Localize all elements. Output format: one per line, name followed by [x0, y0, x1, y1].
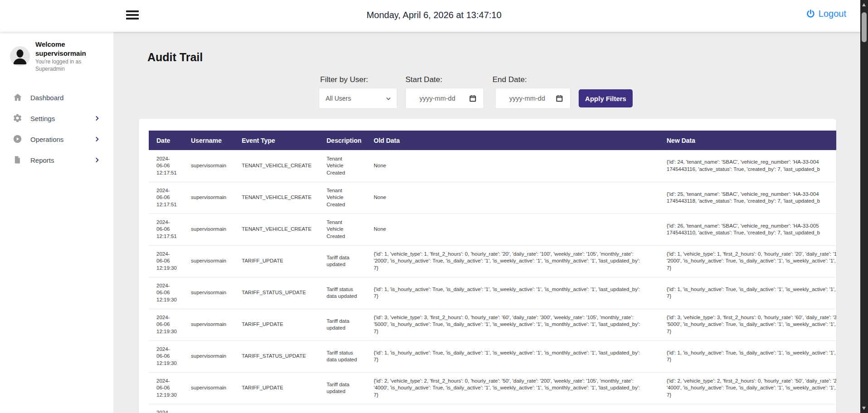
cell-new-data: {'id': 3, 'vehicle_type': 3, 'first_2_ho…: [659, 309, 836, 340]
cell-event-type: TARIFF_UPDATE: [234, 372, 319, 404]
column-header: New Data: [659, 131, 836, 150]
cell-old-data: None: [366, 214, 659, 245]
sidebar-item-label: Dashboard: [30, 94, 63, 102]
cell-event-type: TARIFF_STATUS_UPDATE: [234, 404, 319, 413]
scrollbar-thumb[interactable]: [862, 12, 867, 42]
table-row: 2024- 06-06 12:17:51supervisormainTENANT…: [149, 214, 836, 245]
cell-description: Tenant Vehicle Created: [319, 182, 366, 214]
hamburger-icon: [126, 10, 139, 12]
table-row: 2024- 06-06 12:19:30supervisormainTARIFF…: [149, 404, 836, 413]
table-row: 2024- 06-06 12:17:51supervisormainTENANT…: [149, 150, 836, 182]
table-row: 2024- 06-06 12:19:30supervisormainTARIFF…: [149, 340, 836, 372]
cell-description: Tariff status data updated: [319, 404, 366, 413]
power-icon: [806, 9, 815, 19]
cell-date: 2024- 06-06 12:17:51: [149, 182, 183, 214]
column-header: Description: [319, 131, 366, 150]
user-filter-value: All Users: [326, 95, 351, 102]
cell-old-data: {'id': 1, 'is_hourly_active': True, 'is_…: [366, 277, 659, 309]
cell-old-data: {'id': 2, 'vehicle_type': 2, 'first_2_ho…: [366, 372, 659, 404]
sidebar: Welcome supervisormain You're logged in …: [0, 32, 113, 413]
gear-icon: [13, 113, 23, 123]
cell-date: 2024- 06-06 12:19:30: [149, 245, 183, 277]
cell-new-data: {'id': 25, 'tenant_name': 'SBAC', 'vehic…: [659, 182, 836, 214]
sidebar-item-reports[interactable]: Reports: [0, 150, 113, 170]
apply-filters-button[interactable]: Apply Filters: [579, 89, 633, 107]
cell-description: Tariff data updated: [319, 309, 366, 340]
cell-description: Tariff data updated: [319, 372, 366, 404]
chevron-right-icon: [94, 136, 100, 142]
cell-username: supervisormain: [183, 214, 234, 245]
chevron-down-icon: [385, 96, 391, 102]
end-date-label: End Date:: [493, 75, 527, 84]
cell-old-data: {'id': 1, 'vehicle_type': 1, 'first_2_ho…: [366, 245, 659, 277]
cell-new-data: {'id': 1, 'vehicle_type': 1, 'first_2_ho…: [659, 245, 836, 277]
cell-event-type: TENANT_VEHICLE_CREATE: [234, 150, 319, 182]
cell-date: 2024- 06-06 12:19:30: [149, 277, 183, 309]
scroll-down-arrow[interactable]: [862, 407, 866, 410]
table-row: 2024- 06-06 12:19:30supervisormainTARIFF…: [149, 309, 836, 340]
sidebar-item-label: Operations: [30, 136, 63, 143]
column-header: Date: [149, 131, 183, 150]
document-icon: [13, 155, 23, 165]
cell-username: supervisormain: [183, 277, 234, 309]
page-title: Audit Trail: [147, 51, 203, 64]
column-header: Old Data: [366, 131, 659, 150]
cell-old-data: None: [366, 150, 659, 182]
sidebar-item-operations[interactable]: Operations: [0, 129, 113, 150]
sidebar-item-settings[interactable]: Settings: [0, 108, 113, 129]
cell-new-data: {'id': 24, 'tenant_name': 'SBAC', 'vehic…: [659, 150, 836, 182]
table-row: 2024- 06-06 12:17:51supervisormainTENANT…: [149, 182, 836, 214]
cell-event-type: TARIFF_UPDATE: [234, 309, 319, 340]
cell-event-type: TARIFF_STATUS_UPDATE: [234, 277, 319, 309]
cell-description: Tariff data updated: [319, 245, 366, 277]
cell-username: supervisormain: [183, 245, 234, 277]
cell-date: 2024- 06-06 12:19:30: [149, 340, 183, 372]
sidebar-nav: Dashboard Settings Operations Reports: [0, 87, 113, 170]
cell-old-data: {'id': 3, 'vehicle_type': 3, 'first_2_ho…: [366, 309, 659, 340]
column-header: Username: [183, 131, 234, 150]
cell-username: supervisormain: [183, 309, 234, 340]
cell-date: 2024- 06-06 12:17:51: [149, 150, 183, 182]
cell-description: Tenant Vehicle Created: [319, 214, 366, 245]
logout-button[interactable]: Logout: [806, 9, 846, 19]
cell-date: 2024- 06-06 12:19:30: [149, 372, 183, 404]
sidebar-item-dashboard[interactable]: Dashboard: [0, 87, 113, 108]
cell-event-type: TARIFF_STATUS_UPDATE: [234, 340, 319, 372]
sidebar-item-label: Reports: [30, 156, 54, 164]
cell-date: 2024- 06-06 12:17:51: [149, 214, 183, 245]
audit-table-card: DateUsernameEvent TypeDescriptionOld Dat…: [139, 119, 836, 413]
menu-button[interactable]: [126, 10, 139, 21]
scroll-up-arrow[interactable]: [862, 3, 866, 6]
table-header-row: DateUsernameEvent TypeDescriptionOld Dat…: [149, 131, 836, 150]
chevron-right-icon: [94, 157, 100, 163]
sidebar-item-label: Settings: [30, 115, 55, 122]
home-icon: [13, 92, 23, 102]
end-date-input[interactable]: [495, 88, 571, 109]
cell-event-type: TENANT_VEHICLE_CREATE: [234, 214, 319, 245]
cell-new-data: {'id': 1, 'is_hourly_active': True, 'is_…: [659, 404, 836, 413]
chevron-right-icon: [94, 115, 100, 121]
cell-date: 2024- 06-06 12:19:30: [149, 404, 183, 413]
cell-description: Tenant Vehicle Created: [319, 150, 366, 182]
vertical-scrollbar[interactable]: [860, 0, 868, 413]
start-date-input[interactable]: [405, 88, 484, 109]
cell-username: supervisormain: [183, 372, 234, 404]
role-note: You're logged in as Superadmin: [35, 58, 109, 73]
cell-new-data: {'id': 2, 'vehicle_type': 2, 'first_2_ho…: [659, 372, 836, 404]
datetime-title: Monday, April 6, 2026 at 13:47:10: [366, 10, 502, 20]
cell-username: supervisormain: [183, 340, 234, 372]
cell-event-type: TENANT_VEHICLE_CREATE: [234, 182, 319, 214]
cell-new-data: {'id': 1, 'is_hourly_active': True, 'is_…: [659, 277, 836, 309]
cell-old-data: {'id': 1, 'is_hourly_active': True, 'is_…: [366, 404, 659, 413]
cell-date: 2024- 06-06 12:19:30: [149, 309, 183, 340]
cell-username: supervisormain: [183, 182, 234, 214]
topbar: Monday, April 6, 2026 at 13:47:10 Logout: [0, 0, 868, 32]
profile-block: Welcome supervisormain You're logged in …: [0, 32, 113, 81]
cell-username: supervisormain: [183, 150, 234, 182]
logout-label: Logout: [819, 9, 846, 19]
cell-new-data: {'id': 1, 'is_hourly_active': True, 'is_…: [659, 340, 836, 372]
user-filter-select[interactable]: All Users: [319, 88, 397, 109]
table-row: 2024- 06-06 12:19:30supervisormainTARIFF…: [149, 372, 836, 404]
cell-new-data: {'id': 26, 'tenant_name': 'SBAC', 'vehic…: [659, 214, 836, 245]
table-row: 2024- 06-06 12:19:30supervisormainTARIFF…: [149, 245, 836, 277]
